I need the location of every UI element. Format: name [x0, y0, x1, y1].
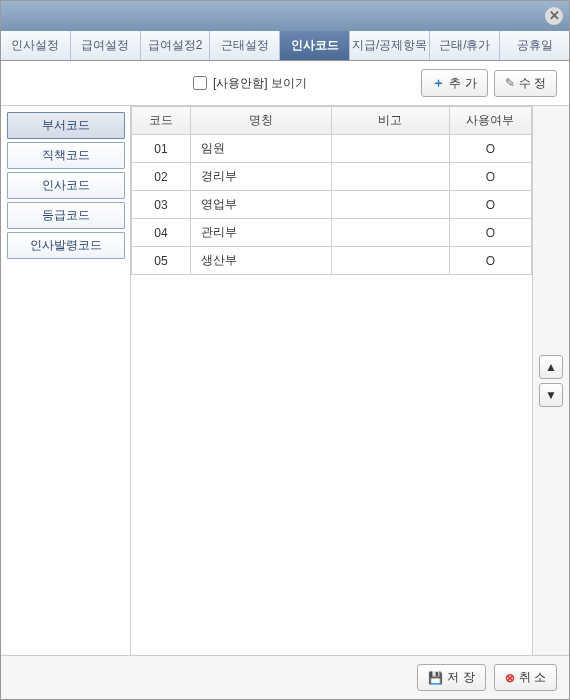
tab-5[interactable]: 지급/공제항목	[350, 31, 430, 60]
add-button-label: 추 가	[449, 75, 476, 92]
main-area: 코드 명칭 비고 사용여부 01임원O02경리부O03영업부O04관리부O05생…	[131, 106, 569, 655]
edit-button-label: 수 정	[519, 75, 546, 92]
table-wrap: 코드 명칭 비고 사용여부 01임원O02경리부O03영업부O04관리부O05생…	[131, 106, 533, 655]
tab-1[interactable]: 급여설정	[71, 31, 141, 60]
table-cell: 관리부	[190, 219, 331, 247]
close-icon[interactable]: ✕	[545, 7, 563, 25]
table-cell: 05	[132, 247, 191, 275]
table-cell	[331, 135, 449, 163]
save-button-label: 저 장	[447, 669, 474, 686]
header-code: 코드	[132, 107, 191, 135]
move-down-button[interactable]: ▼	[539, 383, 563, 407]
tab-3[interactable]: 근태설정	[210, 31, 280, 60]
table-cell: O	[449, 135, 531, 163]
table-header-row: 코드 명칭 비고 사용여부	[132, 107, 532, 135]
footer: 💾 저 장 ⊗ 취 소	[1, 655, 569, 699]
show-unused-checkbox[interactable]	[193, 76, 207, 90]
add-button[interactable]: ＋ 추 가	[421, 69, 487, 97]
save-icon: 💾	[428, 671, 443, 685]
code-table: 코드 명칭 비고 사용여부 01임원O02경리부O03영업부O04관리부O05생…	[131, 106, 532, 275]
save-button[interactable]: 💾 저 장	[417, 664, 485, 691]
table-cell: 01	[132, 135, 191, 163]
table-row[interactable]: 02경리부O	[132, 163, 532, 191]
table-cell	[331, 219, 449, 247]
table-cell	[331, 163, 449, 191]
table-row[interactable]: 05생산부O	[132, 247, 532, 275]
table-cell: 생산부	[190, 247, 331, 275]
tab-7[interactable]: 공휴일	[500, 31, 569, 60]
table-cell: O	[449, 247, 531, 275]
pencil-icon: ✎	[505, 76, 515, 90]
header-use: 사용여부	[449, 107, 531, 135]
sidebar-item-3[interactable]: 등급코드	[7, 202, 125, 229]
tab-2[interactable]: 급여설정2	[141, 31, 211, 60]
titlebar: ✕	[1, 1, 569, 31]
settings-window: ✕ 인사설정급여설정급여설정2근태설정인사코드지급/공제항목근태/휴가공휴일 […	[0, 0, 570, 700]
sidebar-item-4[interactable]: 인사발령코드	[7, 232, 125, 259]
table-row[interactable]: 01임원O	[132, 135, 532, 163]
table-cell: 04	[132, 219, 191, 247]
table-cell: 영업부	[190, 191, 331, 219]
cancel-button-label: 취 소	[519, 669, 546, 686]
tab-4[interactable]: 인사코드	[280, 31, 350, 60]
show-unused-label: [사용안함] 보이기	[213, 75, 307, 92]
header-name: 명칭	[190, 107, 331, 135]
move-up-button[interactable]: ▲	[539, 355, 563, 379]
edit-button[interactable]: ✎ 수 정	[494, 70, 557, 97]
triangle-down-icon: ▼	[545, 388, 557, 402]
table-cell: O	[449, 163, 531, 191]
table-cell: 03	[132, 191, 191, 219]
cancel-icon: ⊗	[505, 671, 515, 685]
content-body: 부서코드직책코드인사코드등급코드인사발령코드 코드 명칭 비고 사용여부 01임…	[1, 105, 569, 655]
sidebar-item-2[interactable]: 인사코드	[7, 172, 125, 199]
table-cell: O	[449, 219, 531, 247]
sidebar: 부서코드직책코드인사코드등급코드인사발령코드	[1, 106, 131, 655]
plus-icon: ＋	[432, 74, 445, 92]
tab-6[interactable]: 근태/휴가	[430, 31, 500, 60]
cancel-button[interactable]: ⊗ 취 소	[494, 664, 557, 691]
triangle-up-icon: ▲	[545, 360, 557, 374]
sidebar-item-1[interactable]: 직책코드	[7, 142, 125, 169]
table-row[interactable]: 04관리부O	[132, 219, 532, 247]
header-remark: 비고	[331, 107, 449, 135]
table-cell: 임원	[190, 135, 331, 163]
table-cell: O	[449, 191, 531, 219]
table-cell	[331, 191, 449, 219]
toolbar: [사용안함] 보이기 ＋ 추 가 ✎ 수 정	[1, 61, 569, 105]
reorder-rail: ▲ ▼	[533, 106, 569, 655]
table-row[interactable]: 03영업부O	[132, 191, 532, 219]
tab-0[interactable]: 인사설정	[1, 31, 71, 60]
sidebar-item-0[interactable]: 부서코드	[7, 112, 125, 139]
table-cell	[331, 247, 449, 275]
table-cell: 경리부	[190, 163, 331, 191]
tab-bar: 인사설정급여설정급여설정2근태설정인사코드지급/공제항목근태/휴가공휴일	[1, 31, 569, 61]
show-unused-checkbox-wrap: [사용안함] 보이기	[193, 75, 307, 92]
table-cell: 02	[132, 163, 191, 191]
